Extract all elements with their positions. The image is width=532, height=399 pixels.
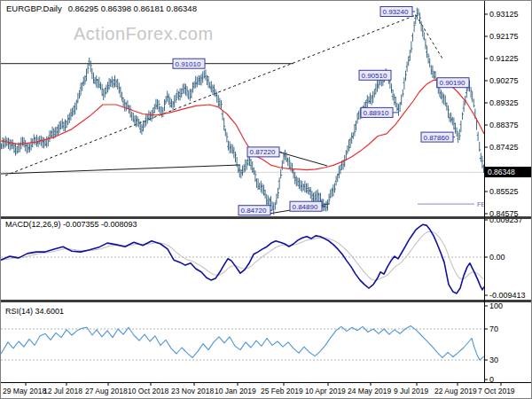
chart-canvas[interactable]: FE 100.00.910100.932400.905100.901900.88… (1, 1, 532, 399)
date-label: 23 Nov 2018 (171, 387, 214, 395)
chart-window: EURGBP.Daily0.86295 0.86398 0.86181 0.86… (0, 0, 532, 399)
axis-tick-label: 0.85525 (489, 187, 519, 196)
date-label: 12 Jul 2018 (43, 387, 82, 395)
price-axis: 0.931250.921750.912250.902750.893250.883… (484, 10, 526, 384)
date-label: 7 Oct 2019 (478, 387, 515, 395)
time-axis-divider (1, 382, 532, 383)
macd-signal-line (1, 231, 483, 280)
date-label: 10 Jan 2019 (215, 387, 256, 395)
rsi-indicator-label: RSI(14) 34.6001 (5, 307, 64, 316)
axis-tick-label: -0.009413 (489, 291, 526, 300)
rsi-line (1, 326, 484, 361)
price-level-label: 0.91010 (173, 59, 205, 68)
axis-tick-label: 0.87425 (489, 143, 519, 152)
axis-tick-label: 0.00 (489, 253, 505, 262)
macd-panel[interactable] (1, 224, 484, 293)
date-label: 27 Aug 2018 (85, 387, 128, 395)
date-label: 22 Aug 2019 (434, 387, 477, 395)
current-price-tag: 0.86348 (485, 167, 532, 177)
axis-tick-label: 0.93125 (489, 10, 519, 19)
ohlc-bars[interactable] (1, 8, 484, 215)
axis-tick-label: 0.90275 (489, 76, 519, 85)
price-level-label: 0.90510 (359, 70, 391, 80)
price-axis-divider (484, 1, 485, 382)
axis-tick-label: 0.91225 (489, 54, 519, 63)
price-level-label: 0.84890 (290, 201, 325, 211)
date-label: 29 May 2018 (3, 387, 46, 395)
svg-text:0.93240: 0.93240 (383, 8, 409, 16)
svg-text:0.87860: 0.87860 (424, 134, 450, 142)
price-level-label: 0.90190 (437, 78, 469, 88)
svg-text:0.91010: 0.91010 (176, 60, 201, 68)
macd-main-line (1, 224, 484, 293)
axis-tick-label: 30 (489, 356, 498, 364)
svg-text:0.90510: 0.90510 (362, 72, 387, 80)
price-level-label: 0.88910 (361, 107, 398, 117)
date-label: 24 May 2019 (348, 387, 391, 395)
price-level-label: 0.84720 (239, 206, 272, 215)
date-label: 10 Apr 2019 (305, 387, 346, 395)
price-panel[interactable]: FE 100.00.910100.932400.905100.901900.88… (1, 7, 504, 215)
fib-extension-label: FE 100.0 (477, 200, 504, 208)
date-label: 9 Jul 2019 (394, 387, 428, 395)
dashed-trendline[interactable] (5, 15, 416, 176)
svg-text:0.87220: 0.87220 (250, 148, 276, 156)
panel-splitter-rsi[interactable] (1, 300, 532, 302)
date-label: 10 Oct 2018 (128, 387, 169, 395)
svg-text:0.84720: 0.84720 (241, 207, 267, 215)
moving-average-line[interactable] (1, 80, 484, 169)
axis-tick-label: 100 (489, 301, 503, 310)
svg-text:0.84890: 0.84890 (293, 203, 318, 211)
price-level-label: 0.93240 (380, 7, 415, 17)
axis-tick-label: 0.89325 (489, 98, 519, 107)
axis-tick-label: 70 (489, 325, 498, 333)
time-axis: 29 May 201812 Jul 201827 Aug 201810 Oct … (3, 383, 515, 395)
axis-tick-label: 0.88375 (489, 121, 519, 129)
svg-text:0.90190: 0.90190 (440, 79, 466, 87)
price-level-label: 0.87220 (247, 147, 282, 157)
rsi-panel[interactable] (1, 326, 484, 361)
svg-text:0.88910: 0.88910 (364, 109, 389, 117)
macd-indicator-label: MACD(12,26,9) -0.007355 -0.008093 (5, 220, 137, 229)
price-level-label: 0.87860 (421, 132, 455, 142)
axis-tick-label: 0.92175 (489, 32, 519, 41)
date-label: 25 Feb 2019 (261, 387, 303, 395)
panel-splitter-macd[interactable] (1, 216, 532, 219)
